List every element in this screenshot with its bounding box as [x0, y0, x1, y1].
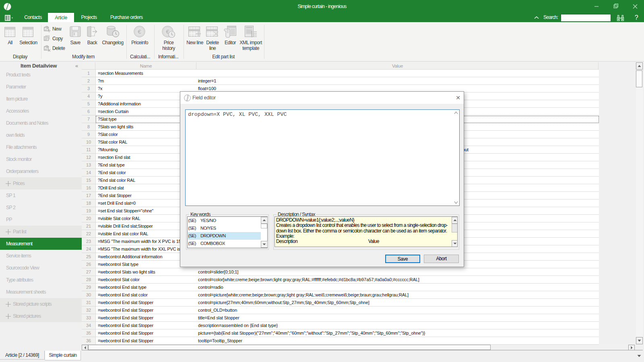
svg-text:€: €	[138, 28, 141, 35]
